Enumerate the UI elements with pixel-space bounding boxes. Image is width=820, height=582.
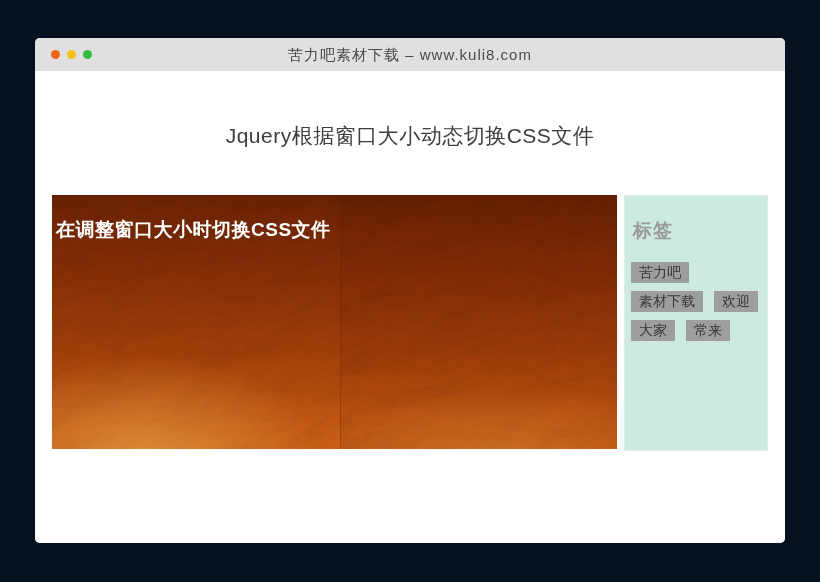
hero-texture-image: 在调整窗口大小时切换CSS文件 [52,195,617,449]
close-button[interactable] [51,50,60,59]
tag-list: 苦力吧 素材下载 欢迎 大家 常来 [631,262,761,341]
maximize-button[interactable] [83,50,92,59]
minimize-button[interactable] [67,50,76,59]
tag-link[interactable]: 素材下载 [631,291,703,312]
window-controls [51,38,92,71]
window-titlebar[interactable]: 苦力吧素材下载 – www.kuli8.com [35,38,785,71]
page-content: Jquery根据窗口大小动态切换CSS文件 [35,71,785,543]
tag-link[interactable]: 苦力吧 [631,262,689,283]
window-title: 苦力吧素材下载 – www.kuli8.com [288,38,532,71]
browser-window: 苦力吧素材下载 – www.kuli8.com Jquery根据窗口大小动态切换… [35,38,785,543]
tags-sidebar: 标签 苦力吧 素材下载 欢迎 大家 常来 [624,195,768,451]
tag-link[interactable]: 常来 [686,320,730,341]
page-title: Jquery根据窗口大小动态切换CSS文件 [35,122,785,150]
hero-caption: 在调整窗口大小时切换CSS文件 [56,217,617,243]
sidebar-title: 标签 [633,218,761,244]
main-row: 在调整窗口大小时切换CSS文件 标签 苦力吧 素材下载 欢迎 大家 常来 [35,195,785,451]
tag-link[interactable]: 大家 [631,320,675,341]
tag-link[interactable]: 欢迎 [714,291,758,312]
